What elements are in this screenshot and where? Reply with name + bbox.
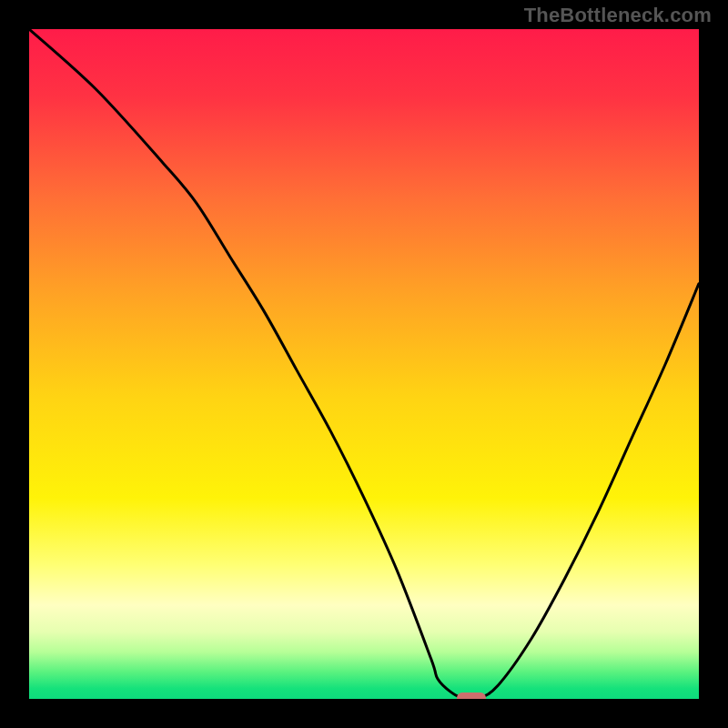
chart-svg — [29, 29, 699, 699]
optimal-marker — [457, 693, 486, 699]
gradient-background — [29, 29, 699, 699]
watermark-text: TheBottleneck.com — [524, 4, 712, 27]
chart-container: TheBottleneck.com — [0, 0, 728, 728]
plot-area — [29, 29, 699, 699]
